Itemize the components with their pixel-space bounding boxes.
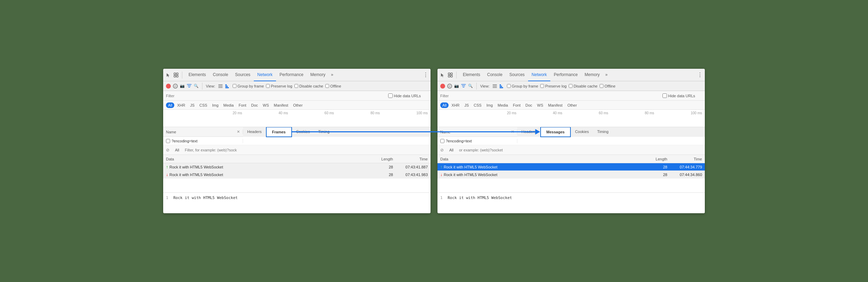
tab-performance-right[interactable]: Performance (550, 69, 581, 81)
group-by-frame-checkbox-left[interactable] (233, 84, 236, 88)
disable-cache-checkbox-left[interactable] (294, 84, 298, 88)
msg-row-0-left[interactable]: ↑ Rock it with HTML5 WebSocket 28 07:43:… (163, 163, 431, 171)
tab-network-right[interactable]: Network (528, 69, 550, 81)
filter-icon-left[interactable] (187, 83, 192, 89)
more-tabs-right[interactable]: » (603, 69, 610, 81)
group-by-frame-right[interactable]: Group by frame (507, 84, 538, 88)
type-btn-xhr-left[interactable]: XHR (175, 102, 187, 108)
tab-sources-right[interactable]: Sources (506, 69, 528, 81)
type-btn-font-left[interactable]: Font (236, 102, 248, 108)
more-options-right[interactable]: ⋮ (697, 72, 703, 78)
list-view-icon[interactable] (217, 83, 224, 89)
tab-memory-left[interactable]: Memory (307, 69, 329, 81)
inspect-icon[interactable] (173, 72, 179, 78)
type-btn-other-right[interactable]: Other (565, 102, 579, 108)
record-button-left[interactable] (166, 84, 171, 89)
cursor-icon[interactable] (165, 72, 172, 78)
disable-cache-right[interactable]: Disable cache (569, 84, 598, 88)
type-btn-css-right[interactable]: CSS (471, 102, 484, 108)
waterfall-view-icon[interactable] (224, 83, 231, 89)
tab-console-left[interactable]: Console (209, 69, 232, 81)
msg-row-0-right[interactable]: ↑ Rock it with HTML5 WebSocket 28 07:44:… (437, 163, 705, 171)
offline-checkbox-left[interactable] (325, 84, 329, 88)
cursor-icon-right[interactable] (440, 72, 446, 78)
more-options-left[interactable]: ⋮ (423, 72, 428, 78)
request-row-right[interactable]: ?encoding=text (437, 137, 705, 145)
type-btn-manifest-left[interactable]: Manifest (272, 102, 291, 108)
search-icon-right[interactable]: 🔍 (468, 84, 473, 88)
camera-icon-right[interactable]: 📷 (454, 84, 459, 88)
type-btn-js-left[interactable]: JS (188, 102, 197, 108)
type-btn-css-left[interactable]: CSS (197, 102, 209, 108)
sub-tab-headers-right[interactable]: Headers (517, 127, 540, 137)
group-by-frame-checkbox-right[interactable] (507, 84, 511, 88)
group-by-frame-left[interactable]: Group by frame (233, 84, 264, 88)
type-btn-media-right[interactable]: Media (495, 102, 510, 108)
type-btn-media-left[interactable]: Media (221, 102, 236, 108)
filter-icon-right[interactable] (461, 83, 466, 89)
close-detail-right[interactable]: ✕ (511, 130, 514, 134)
filter-input-left[interactable] (166, 94, 385, 98)
sub-tab-timing-left[interactable]: Timing (314, 127, 334, 137)
tab-sources-left[interactable]: Sources (232, 69, 254, 81)
preserve-log-right[interactable]: Preserve log (540, 84, 567, 88)
request-row-left[interactable]: ?encoding=text (163, 137, 431, 145)
clear-button-left[interactable]: ⊘ (173, 84, 178, 89)
msg-filter-input-left[interactable] (185, 148, 428, 152)
tab-memory-right[interactable]: Memory (581, 69, 603, 81)
hide-data-urls-checkbox-left[interactable] (388, 93, 393, 98)
tab-console-right[interactable]: Console (484, 69, 506, 81)
search-icon-left[interactable]: 🔍 (194, 84, 199, 88)
inspect-icon-right[interactable] (447, 72, 453, 78)
hide-data-urls-checkbox-right[interactable] (662, 93, 667, 98)
clear-button-right[interactable]: ⊘ (447, 84, 452, 89)
req-checkbox-right[interactable] (440, 139, 444, 143)
hide-data-urls-right[interactable]: Hide data URLs (662, 93, 695, 98)
record-button-right[interactable] (440, 84, 445, 89)
all-filter-btn-left[interactable]: All (172, 147, 182, 153)
type-btn-all-right[interactable]: All (440, 102, 449, 108)
offline-right[interactable]: Offline (600, 84, 616, 88)
msg-row-1-right[interactable]: ↓ Rock it with HTML5 WebSocket 28 07:44:… (437, 171, 705, 179)
disable-cache-checkbox-right[interactable] (569, 84, 573, 88)
preserve-log-left[interactable]: Preserve log (266, 84, 292, 88)
type-btn-other-left[interactable]: Other (291, 102, 305, 108)
more-tabs-left[interactable]: » (329, 69, 335, 81)
sub-tab-cookies-right[interactable]: Cookies (571, 127, 593, 137)
sub-tab-headers-left[interactable]: Headers (243, 127, 266, 137)
offline-checkbox-right[interactable] (600, 84, 603, 88)
type-btn-ws-left[interactable]: WS (261, 102, 271, 108)
tab-elements-right[interactable]: Elements (459, 69, 484, 81)
type-btn-js-right[interactable]: JS (462, 102, 471, 108)
type-btn-img-left[interactable]: Img (210, 102, 220, 108)
tab-performance-left[interactable]: Performance (276, 69, 307, 81)
sub-tab-messages-right[interactable]: Messages (540, 127, 571, 137)
hide-data-urls-left[interactable]: Hide data URLs (388, 93, 421, 98)
type-btn-manifest-right[interactable]: Manifest (546, 102, 565, 108)
type-btn-doc-left[interactable]: Doc (249, 102, 260, 108)
msg-row-1-left[interactable]: ↓ Rock it with HTML5 WebSocket 28 07:43:… (163, 171, 431, 179)
preserve-log-checkbox-right[interactable] (540, 84, 544, 88)
type-btn-img-right[interactable]: Img (484, 102, 495, 108)
req-checkbox-left[interactable] (166, 139, 170, 143)
tab-elements-left[interactable]: Elements (185, 69, 209, 81)
type-btn-ws-right[interactable]: WS (535, 102, 545, 108)
type-btn-font-right[interactable]: Font (511, 102, 523, 108)
sub-tab-frames-left[interactable]: Frames (266, 127, 292, 137)
type-btn-doc-right[interactable]: Doc (523, 102, 534, 108)
filter-input-right[interactable] (440, 94, 660, 98)
tab-network-left[interactable]: Network (254, 69, 276, 81)
all-filter-btn-right[interactable]: All (446, 147, 456, 153)
close-detail-left[interactable]: ✕ (237, 130, 240, 134)
type-btn-all-left[interactable]: All (166, 102, 174, 108)
sub-tab-timing-right[interactable]: Timing (593, 127, 613, 137)
camera-icon-left[interactable]: 📷 (180, 84, 185, 88)
sub-tab-cookies-left[interactable]: Cookies (292, 127, 314, 137)
msg-filter-input-right[interactable] (459, 148, 702, 152)
type-btn-xhr-right[interactable]: XHR (449, 102, 461, 108)
disable-cache-left[interactable]: Disable cache (294, 84, 323, 88)
list-view-icon-right[interactable] (492, 83, 498, 89)
preserve-log-checkbox-left[interactable] (266, 84, 270, 88)
offline-left[interactable]: Offline (325, 84, 341, 88)
waterfall-view-icon-right[interactable] (499, 83, 505, 89)
